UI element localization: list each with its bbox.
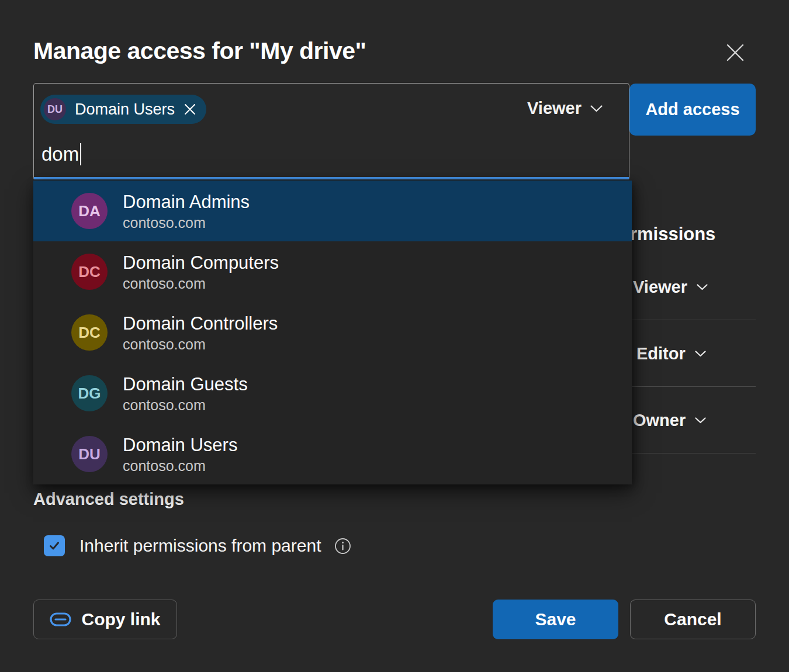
permission-role-dropdown-editor[interactable]: Editor xyxy=(636,344,706,363)
manage-access-dialog: Manage access for "My drive" Permissions… xyxy=(0,0,789,672)
permission-role-value: Editor xyxy=(636,344,686,363)
divider xyxy=(631,320,756,320)
suggestion-domain: contoso.com xyxy=(123,275,279,293)
divider xyxy=(631,453,756,453)
suggestion-name: Domain Computers xyxy=(123,251,279,275)
suggestion-domain: contoso.com xyxy=(123,457,237,475)
avatar: DC xyxy=(71,314,108,351)
permission-role-dropdown-viewer[interactable]: Viewer xyxy=(633,278,708,297)
avatar: DA xyxy=(71,193,108,229)
suggestion-domain-computers[interactable]: DC Domain Computers contoso.com xyxy=(33,241,632,302)
suggestion-domain-controllers[interactable]: DC Domain Controllers contoso.com xyxy=(33,302,632,363)
suggestion-name: Domain Controllers xyxy=(123,312,278,335)
avatar: DU xyxy=(71,436,108,472)
chevron-down-icon xyxy=(695,417,706,424)
suggestion-name: Domain Users xyxy=(123,434,237,457)
suggestion-domain: contoso.com xyxy=(123,214,250,232)
suggestion-domain-guests[interactable]: DG Domain Guests contoso.com xyxy=(33,363,632,424)
divider xyxy=(631,386,756,387)
permission-role-value: Viewer xyxy=(633,278,687,297)
suggestion-domain-admins[interactable]: DA Domain Admins contoso.com xyxy=(33,181,632,241)
permission-role-value: Owner xyxy=(633,411,686,430)
suggestion-name: Domain Guests xyxy=(123,373,248,396)
suggestion-domain-users[interactable]: DU Domain Users contoso.com xyxy=(33,424,632,484)
avatar: DC xyxy=(71,254,108,290)
suggestion-name: Domain Admins xyxy=(123,190,250,214)
suggestion-domain: contoso.com xyxy=(123,335,278,354)
suggestion-domain: contoso.com xyxy=(123,396,248,414)
chevron-down-icon xyxy=(695,351,706,357)
permission-role-dropdown-owner[interactable]: Owner xyxy=(633,411,706,430)
suggestion-list: DA Domain Admins contoso.com DC Domain C… xyxy=(33,181,632,484)
avatar: DG xyxy=(71,375,108,411)
chevron-down-icon xyxy=(697,284,708,290)
